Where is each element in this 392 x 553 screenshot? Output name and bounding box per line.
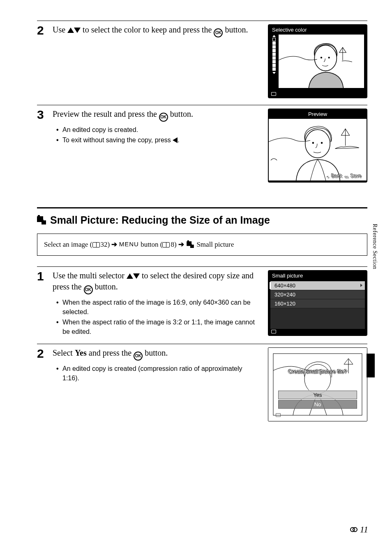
memory-card-icon [271,92,276,96]
section-heading-row: Small Picture: Reducing the Size of an I… [37,207,367,226]
dialog-options: Yes No [278,390,357,409]
note: To exit without saving the copy, press . [58,135,261,145]
section-heading: Small Picture: Reducing the Size of an I… [37,214,367,226]
preview-image [279,35,364,88]
note: When the aspect ratio of the image is 3:… [58,317,261,336]
text: button. [223,25,248,34]
arrow-right-icon: ➔ [178,240,184,250]
note: An edited copy is created. [58,125,261,134]
ok-button-icon: OK [214,28,223,37]
step-notes: An edited copy is created. To exit witho… [53,125,261,145]
step-instruction: Use to select the color to keep and pres… [53,24,261,37]
step-number: 2 [37,24,47,37]
portrait-drawing [269,119,367,180]
small-picture-icon [37,216,46,224]
action-hints: ◄ Back OK Save [325,173,362,180]
step-number: 2 [37,347,47,360]
dialog-question: Create small picture file? [268,368,367,375]
arrow-right-icon: ➔ [111,240,117,250]
svg-rect-8 [268,348,367,421]
small-picture-menu-screen: Small picture 640×480 320×240 160×120 [268,270,367,336]
step-notes: An edited copy is created (compression r… [53,364,261,383]
ok-button-icon: OK [84,285,93,294]
text: button. [168,109,193,118]
step-2-select-color: 2 Use to select the color to keep and pr… [37,21,367,98]
ok-button-icon: OK [134,352,143,361]
step-notes: When the aspect ratio of the image is 16… [53,298,261,337]
memory-card-icon [276,413,281,417]
note: When the aspect ratio of the image is 16… [58,298,261,317]
dialog-no[interactable]: No [278,400,357,409]
menu-empty-area [270,308,365,329]
save-label: Save [350,173,362,179]
ok-icon: OK [344,175,349,179]
step-instruction: Use the multi selector to select the des… [53,270,261,338]
step-number: 1 [37,270,47,282]
svg-point-6 [312,142,314,143]
note: An edited copy is created (compression r… [58,364,261,383]
text: Preview the result and press the [53,109,159,118]
text: Use [53,25,67,34]
small-picture-icon [187,241,194,248]
down-triangle-icon [133,273,140,279]
svg-point-3 [328,57,330,58]
step-number: 3 [37,109,47,121]
left-triangle-icon [173,137,178,143]
menu-option-160x120[interactable]: 160×120 [270,299,365,308]
reference-link-icon [350,527,357,532]
step-3-preview: 3 Preview the result and press the OK bu… [37,105,367,183]
preview-screen: Preview [268,109,367,183]
screen-title: Preview [268,109,367,119]
down-triangle-icon [74,28,81,33]
step-1-select-size: 1 Use the multi selector to select the d… [37,266,367,338]
menu-option-640x480[interactable]: 640×480 [270,281,365,290]
ok-button-icon: OK [159,113,168,122]
text: to select the color to keep and press th… [81,25,214,34]
heading-text: Small Picture: Reducing the Size of an I… [50,214,270,226]
navigation-path: Select an image (32) ➔ MENU button (8) ➔… [37,234,367,256]
side-tab-indicator [367,354,375,377]
side-tab-label: Reference Section [371,224,378,269]
svg-point-2 [321,57,322,58]
back-icon: ◄ [325,175,330,179]
up-triangle-icon [67,28,74,33]
memory-card-icon [271,330,276,333]
screen-title: Selective color [268,24,367,35]
back-label: Back [331,173,342,179]
selective-color-screen: Selective color [268,24,367,98]
up-triangle-icon [127,273,133,279]
step-instruction: Select Yes and press the OK button. An e… [53,347,261,384]
step-instruction: Preview the result and press the OK butt… [53,109,261,146]
svg-point-7 [321,142,323,143]
background-drawing [268,348,367,421]
color-slider [271,35,277,90]
book-icon [162,242,170,248]
menu-list: 640×480 320×240 160×120 [270,281,365,308]
portrait-drawing [279,35,364,88]
step-2-confirm: 2 Select Yes and press the OK button. An… [37,344,367,421]
preview-image [269,119,367,180]
book-icon [92,242,100,248]
dialog-yes[interactable]: Yes [278,391,357,399]
menu-option-320x240[interactable]: 320×240 [270,290,365,299]
page-number: 11 [350,524,368,535]
menu-title: Small picture [268,270,367,281]
confirm-dialog-screen: Create small picture file? Yes No [268,347,367,421]
menu-word: MENU [119,241,139,248]
memory-card-icon [271,176,276,180]
